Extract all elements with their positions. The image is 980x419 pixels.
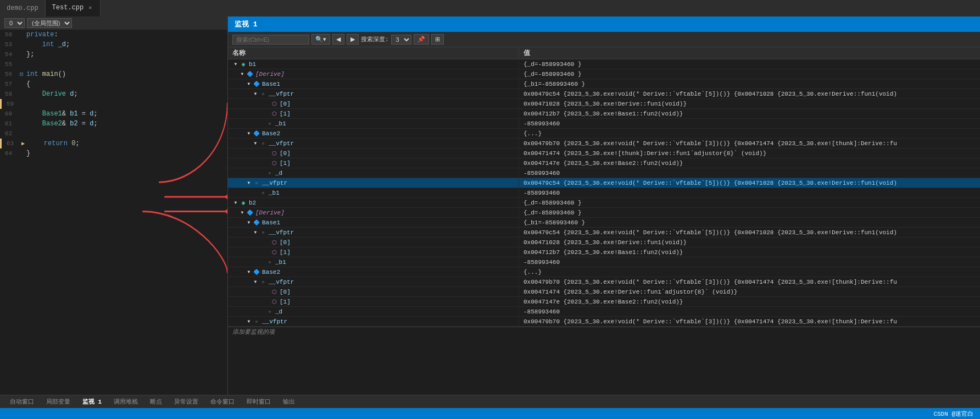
watch-row-b1f-b2[interactable]: ▶ ⬦ _b1 -858993460: [228, 257, 980, 267]
bottom-tab-breakpoints[interactable]: 断点: [144, 396, 168, 407]
field-icon-2: ⬦: [265, 169, 274, 178]
watch-row-vfptr-b2-base2[interactable]: ▼ ⬦ __vfptr 0x00479b70 {2023_5_30.exe!vo…: [228, 277, 980, 287]
nav-fwd-btn[interactable]: ▶: [347, 34, 359, 45]
status-bar: CSDN @迷官白: [0, 408, 980, 419]
item-icon-8: ⬡: [270, 297, 279, 306]
expand-base2-2[interactable]: ▼: [246, 269, 252, 275]
watch-row-base1-1[interactable]: ▼ 🔷 Base1 {_b1=-858993460 }: [228, 79, 980, 89]
status-text: CSDN @迷官白: [933, 410, 973, 418]
code-line-54: 54 };: [0, 49, 227, 59]
watch-row-1-1[interactable]: ▶ ⬡ [1] 0x004712b7 {2023_5_30.exe!Base1:…: [228, 109, 980, 119]
grid-btn[interactable]: ⊞: [431, 34, 444, 45]
code-line-50: 50 private:: [0, 30, 227, 40]
code-line-60: 60 Base1& b1 = d;: [0, 109, 227, 119]
bottom-tab-watch1[interactable]: 监视 1: [77, 396, 107, 407]
tab-demo-cpp[interactable]: demo.cpp: [0, 0, 46, 16]
nav-back-btn[interactable]: ◀: [332, 34, 344, 45]
search-depth-select[interactable]: 3: [391, 35, 411, 45]
watch-row-0-b2[interactable]: ▶ ⬡ [0] 0x00471028 {2023_5_30.exe!Derive…: [228, 238, 980, 247]
expand-vfptr-2[interactable]: ▼: [252, 140, 259, 147]
search-icon-btn[interactable]: 🔍▾: [311, 34, 330, 45]
watch-row-d-2[interactable]: ▶ ⬦ _d -858993460: [228, 307, 980, 317]
watch-row-0-1[interactable]: ▶ ⬡ [0] 0x00471028 {2023_5_30.exe!Derive…: [228, 99, 980, 109]
item-icon-7: ⬡: [270, 288, 279, 296]
watch-row-derive-2[interactable]: ▼ 🔷 [Derive] {_d=-858993460 }: [228, 208, 980, 218]
bottom-tabs: 自动窗口 局部变量 监视 1 调用堆栈 断点 异常设置 命令窗口 即时窗口 输出: [0, 395, 980, 408]
watch-row-derive-1[interactable]: ▼ 🔷 [Derive] {_d=-858993460 }: [228, 69, 980, 79]
bottom-tab-call-stack[interactable]: 调用堆栈: [108, 396, 143, 407]
code-line-55: 55: [0, 59, 227, 69]
watch-row-base2-1[interactable]: ▼ 🔷 Base2 {...}: [228, 129, 980, 139]
watch-row-base2-2[interactable]: ▼ 🔷 Base2 {...}: [228, 267, 980, 277]
watch-row-vfptr-selected[interactable]: ▼ ⬦ __vfptr 0x00479c54 {2023_5_30.exe!vo…: [228, 178, 980, 188]
obj-icon: ◉: [239, 60, 248, 69]
watch-row-vfptr-1[interactable]: ▼ ⬦ __vfptr 0x00479c54 {2023_5_30.exe!vo…: [228, 89, 980, 99]
tab-test-cpp-close[interactable]: ✕: [87, 4, 93, 12]
code-line-64: 64 }: [0, 148, 227, 158]
watch-row-1-2[interactable]: ▶ ⬡ [1] 0x0047147e {2023_5_30.exe!Base2:…: [228, 158, 980, 168]
watch-row-vfptr-2[interactable]: ▼ ⬦ __vfptr 0x00479b70 {2023_5_30.exe!vo…: [228, 139, 980, 148]
field-icon-5: ⬦: [265, 307, 274, 316]
watch-row-0-2[interactable]: ▶ ⬡ [0] 0x00471474 {2023_5_30.exe![thunk…: [228, 148, 980, 158]
expand-base2-1[interactable]: ▼: [246, 130, 252, 137]
field-icon-3: ⬦: [259, 189, 268, 197]
code-line-63: 63 ▶ return 0;: [0, 139, 227, 148]
scope-dropdown[interactable]: 0: [4, 18, 25, 28]
watch-header: 监视 1: [228, 16, 980, 32]
expand-b2[interactable]: ▼: [232, 200, 239, 206]
expand-derive-1[interactable]: ▼: [239, 71, 246, 78]
expand-vfptr-b2b1[interactable]: ▼: [252, 229, 259, 236]
watch-row-d-1[interactable]: ▶ ⬦ _d -858993460: [228, 168, 980, 178]
expand-vfptr-last[interactable]: ▼: [246, 318, 252, 325]
expand-derive-2[interactable]: ▼: [239, 210, 246, 216]
bottom-tab-auto[interactable]: 自动窗口: [4, 396, 40, 407]
ptr-icon-4: ⬦: [259, 278, 268, 286]
col-value-header: 值: [519, 48, 980, 58]
watch-toolbar: 🔍▾ ◀ ▶ 搜索深度: 3 📌 ⊞: [228, 32, 980, 47]
watch-row-0-b2-base2[interactable]: ▶ ⬡ [0] 0x00471474 {2023_5_30.exe!Derive…: [228, 287, 980, 297]
add-watch-row[interactable]: 添加要监视的项: [228, 327, 980, 337]
class-icon-2: 🔷: [252, 80, 261, 89]
code-line-58: 58 Derive d;: [0, 89, 227, 99]
bottom-tab-output[interactable]: 输出: [277, 396, 300, 407]
watch-title: 监视 1: [235, 19, 258, 29]
expand-vfptr-b2b2[interactable]: ▼: [252, 279, 259, 285]
code-lines: 50 private: 53 int _d; 54 };: [0, 30, 227, 158]
watch-row-b1-field-1[interactable]: ▶ ⬦ _b1 -858993460: [228, 119, 980, 129]
watch-row-vfptr-b2-last[interactable]: ▼ ⬦ __vfptr 0x00479b70 {2023_5_30.exe!vo…: [228, 317, 980, 327]
watch-row-1-b2[interactable]: ▶ ⬡ [1] 0x004712b7 {2023_5_30.exe!Base1:…: [228, 247, 980, 257]
expand-b1[interactable]: ▼: [232, 61, 239, 68]
ptr-icon-3: ⬦: [259, 228, 268, 237]
class-icon: 🔷: [246, 70, 254, 79]
code-line-53: 53 int _d;: [0, 40, 227, 49]
bottom-tab-command[interactable]: 命令窗口: [205, 396, 240, 407]
search-depth-label: 搜索深度:: [361, 35, 389, 43]
pin-btn[interactable]: 📌: [414, 34, 429, 45]
item-icon-1: ⬡: [270, 100, 279, 108]
expand-base1-1[interactable]: ▼: [246, 81, 252, 87]
bottom-tab-local[interactable]: 局部变量: [41, 396, 76, 407]
expand-vfptr-sel[interactable]: ▼: [246, 180, 252, 186]
ptr-icon-5: ⬦: [252, 317, 261, 326]
item-icon-3: ⬡: [270, 149, 279, 158]
expand-base1-2[interactable]: ▼: [246, 219, 252, 226]
class-icon-6: 🔷: [252, 268, 261, 277]
watch-search-input[interactable]: [232, 35, 309, 45]
tab-test-cpp-label: Test.cpp: [52, 4, 84, 12]
code-line-59: 59: [0, 99, 227, 109]
bottom-tab-exceptions[interactable]: 异常设置: [169, 396, 204, 407]
bottom-tab-immediate[interactable]: 即时窗口: [241, 396, 276, 407]
item-icon-4: ⬡: [270, 159, 279, 168]
item-icon-2: ⬡: [270, 109, 279, 118]
watch-row-vfptr-b2-base1[interactable]: ▼ ⬦ __vfptr 0x00479c54 {2023_5_30.exe!vo…: [228, 228, 980, 238]
watch-panel: 监视 1 🔍▾ ◀ ▶ 搜索深度: 3 📌 ⊞ 名称 值: [228, 16, 980, 395]
watch-row-b1-field-2[interactable]: ▶ ⬦ _b1 -858993460: [228, 188, 980, 198]
watch-row-b2[interactable]: ▼ ◉ b2 {_d=-858993460 }: [228, 198, 980, 208]
function-dropdown[interactable]: (全局范围): [27, 18, 72, 28]
expand-vfptr-1[interactable]: ▼: [252, 91, 259, 97]
watch-row-b1[interactable]: ▼ ◉ b1 {_d=-858993460 }: [228, 59, 980, 69]
watch-row-1-b2-base2[interactable]: ▶ ⬡ [1] 0x0047147e {2023_5_30.exe!Base2:…: [228, 297, 980, 307]
tab-test-cpp[interactable]: Test.cpp ✕: [46, 0, 101, 16]
watch-row-base1-2[interactable]: ▼ 🔷 Base1 {_b1=-858993460 }: [228, 218, 980, 228]
watch-tree[interactable]: ▼ ◉ b1 {_d=-858993460 } ▼ 🔷 [Derive] {_d…: [228, 59, 980, 395]
